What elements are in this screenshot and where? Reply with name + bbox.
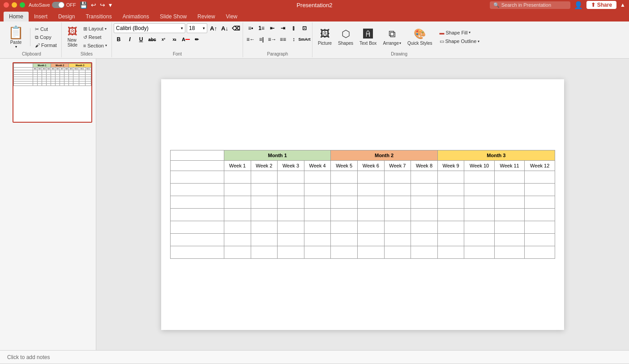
slides-label: Slides [81, 51, 93, 56]
slide-canvas[interactable]: Month 1 Month 2 Month 3 Week 1 Week 2 We… [161, 79, 564, 330]
week-12: Week 12 [525, 161, 555, 171]
subscript-button[interactable]: x₂ [170, 34, 180, 44]
smartart-button[interactable]: ⊡ [300, 23, 309, 33]
shape-outline-dropdown[interactable]: ▾ [478, 39, 479, 43]
slides-group: 🖼 NewSlide ⊞ Layout ▾ ↺ Reset ≡ Section … [62, 22, 112, 57]
size-dropdown-icon: ▾ [203, 26, 205, 30]
bullets-button[interactable]: ≡• [246, 23, 256, 33]
text-box-button[interactable]: 🅰 Text Box [357, 27, 379, 47]
title-bar: AutoSave OFF 💾 ↩ ↪ ▾ Presentation2 🔍 Sea… [0, 0, 629, 10]
table-row [171, 184, 555, 196]
minimize-button[interactable] [12, 2, 17, 8]
convert-smartart-button[interactable]: SmArt [300, 34, 309, 44]
paragraph-content: ≡• 1≡ ⇤ ⇥ ⫿ ⊡ ≡← ≡| ≡→ ≡≡ ↕ SmArt [246, 23, 309, 51]
justify-button[interactable]: ≡≡ [278, 34, 288, 44]
arrange-dropdown[interactable]: ▾ [399, 41, 401, 45]
quick-styles-icon: 🎨 [414, 28, 426, 40]
superscript-button[interactable]: x² [158, 34, 168, 44]
columns-button[interactable]: ⫿ [289, 23, 299, 33]
collapse-icon[interactable]: ▲ [620, 2, 625, 8]
cut-button[interactable]: ✂ Cut [33, 26, 59, 33]
italic-button[interactable]: I [125, 34, 135, 44]
copy-button[interactable]: ⧉ Copy [33, 34, 59, 41]
increase-indent-button[interactable]: ⇥ [278, 23, 288, 33]
tab-slideshow[interactable]: Slide Show [154, 12, 192, 21]
section-button[interactable]: ≡ Section ▾ [81, 42, 109, 49]
week-5: Week 5 [331, 161, 358, 171]
clear-formatting-button[interactable]: ⌫ [231, 23, 241, 33]
week-9: Week 9 [437, 161, 464, 171]
undo-icon[interactable]: ↩ [91, 1, 96, 9]
table-row [171, 246, 555, 259]
shape-fill-button[interactable]: ▬ Shape Fill ▾ [438, 29, 482, 36]
window-controls[interactable] [4, 2, 25, 8]
text-box-icon: 🅰 [363, 28, 373, 40]
layout-button[interactable]: ⊞ Layout ▾ [81, 25, 109, 33]
slides-content: 🖼 NewSlide ⊞ Layout ▾ ↺ Reset ≡ Section … [64, 23, 109, 51]
tab-animations[interactable]: Animations [117, 12, 154, 21]
slide-item-1[interactable]: 1 Month 1 Month 2 Month 3 [4, 62, 92, 123]
font-color-button[interactable]: A [181, 34, 191, 44]
tab-design[interactable]: Design [53, 12, 80, 21]
font-row-2: B I U abc x² x₂ A ✏ [114, 34, 241, 44]
para-row-2: ≡← ≡| ≡→ ≡≡ ↕ SmArt [246, 34, 309, 44]
font-family-select[interactable]: Calibri (Body) ▾ [114, 23, 185, 33]
line-spacing-button[interactable]: ↕ [289, 34, 299, 44]
font-size-select[interactable]: 18 ▾ [187, 23, 207, 33]
thumb-table: Month 1 Month 2 Month 3 W1W2W3W4 W5W6W7W… [13, 63, 91, 86]
paste-dropdown-icon[interactable]: ▾ [15, 45, 17, 49]
autosave-label: AutoSave OFF [29, 2, 76, 8]
tab-view[interactable]: View [220, 12, 243, 21]
increase-font-size-button[interactable]: A↑ [209, 23, 218, 33]
close-button[interactable] [4, 2, 9, 8]
slides-sub-group: ⊞ Layout ▾ ↺ Reset ≡ Section ▾ [81, 25, 109, 49]
table-row [171, 221, 555, 234]
font-row-1: Calibri (Body) ▾ 18 ▾ A↑ A↓ ⌫ [114, 23, 241, 33]
align-right-button[interactable]: ≡→ [267, 34, 277, 44]
shape-fill-icon: ▬ [440, 30, 445, 35]
ribbon: 📋 Paste ▾ ✂ Cut ⧉ Copy 🖌 Format [0, 21, 629, 59]
week-11: Week 11 [494, 161, 525, 171]
underline-button[interactable]: U [136, 34, 146, 44]
autosave-toggle[interactable] [52, 2, 64, 8]
tab-home[interactable]: Home [4, 12, 29, 21]
align-center-button[interactable]: ≡| [257, 34, 266, 44]
week-1: Week 1 [224, 161, 251, 171]
table-row [171, 196, 555, 209]
redo-icon[interactable]: ↪ [100, 1, 105, 9]
clipboard-label: Clipboard [22, 51, 41, 56]
tab-insert[interactable]: Insert [29, 12, 53, 21]
user-icon[interactable]: 👤 [574, 1, 583, 9]
strikethrough-button[interactable]: abc [147, 34, 157, 44]
share-button[interactable]: ⬆ Share [586, 1, 616, 9]
maximize-button[interactable] [20, 2, 25, 8]
shape-outline-button[interactable]: ▭ Shape Outline ▾ [438, 38, 482, 45]
numbering-button[interactable]: 1≡ [257, 23, 266, 33]
align-left-button[interactable]: ≡← [246, 34, 256, 44]
new-slide-button[interactable]: 🖼 NewSlide [64, 26, 81, 49]
picture-button[interactable]: 🖼 Picture [315, 27, 334, 47]
shapes-button[interactable]: ⬡ Shapes [335, 27, 356, 47]
shape-fill-dropdown[interactable]: ▾ [469, 30, 471, 34]
search-bar[interactable]: 🔍 Search in Presentation [490, 1, 570, 9]
notes-bar[interactable]: Click to add notes [0, 350, 629, 364]
clipboard-content: 📋 Paste ▾ ✂ Cut ⧉ Copy 🖌 Format [4, 23, 59, 51]
decrease-indent-button[interactable]: ⇤ [267, 23, 277, 33]
slide-thumbnail[interactable]: Month 1 Month 2 Month 3 W1W2W3W4 W5W6W7W… [13, 62, 92, 123]
tab-transitions[interactable]: Transitions [80, 12, 117, 21]
decrease-font-size-button[interactable]: A↓ [220, 23, 230, 33]
drawing-group: 🖼 Picture ⬡ Shapes 🅰 Text Box ⧉ Arrange … [312, 22, 486, 57]
main-area: 1 Month 1 Month 2 Month 3 [0, 59, 629, 350]
text-highlight-button[interactable]: ✏ [192, 34, 202, 44]
format-button[interactable]: 🖌 Format [33, 42, 59, 49]
reset-button[interactable]: ↺ Reset [81, 34, 109, 41]
drawing-content: 🖼 Picture ⬡ Shapes 🅰 Text Box ⧉ Arrange … [315, 23, 483, 51]
tab-review[interactable]: Review [192, 12, 220, 21]
week-10: Week 10 [464, 161, 495, 171]
arrange-button[interactable]: ⧉ Arrange ▾ [380, 27, 404, 47]
paste-button[interactable]: 📋 Paste ▾ [4, 23, 27, 51]
quick-styles-button[interactable]: 🎨 Quick Styles [405, 27, 435, 47]
bold-button[interactable]: B [114, 34, 124, 44]
save-icon[interactable]: 💾 [80, 1, 87, 9]
customize-icon[interactable]: ▾ [109, 1, 112, 9]
